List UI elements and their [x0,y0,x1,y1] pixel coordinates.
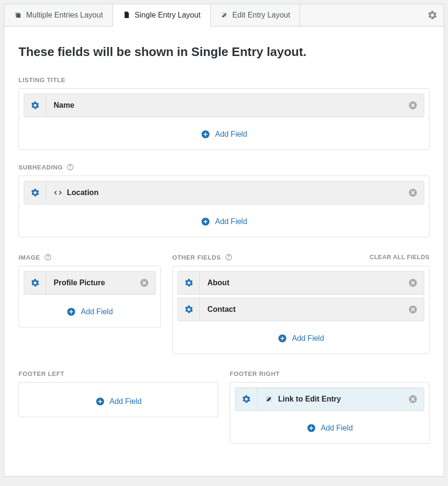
field-title: Link to Edit Entry [257,395,402,403]
layout-panel: Multiple Entries Layout Single Entry Lay… [4,4,444,477]
field-settings-button[interactable] [235,388,257,411]
tabs: Multiple Entries Layout Single Entry Lay… [4,4,444,27]
section-label-other-fields: OTHER FIELDS [172,253,233,261]
add-field-button[interactable]: Add Field [24,387,213,412]
layers-icon [14,11,22,19]
field-row[interactable]: Contact [177,298,424,321]
plus-circle-icon [201,217,210,226]
close-icon [140,278,149,288]
field-settings-button[interactable] [24,271,46,294]
field-settings-button[interactable] [178,271,200,294]
add-field-button[interactable]: Add Field [177,324,424,349]
section-label-listing-title: LISTING TITLE [19,76,65,84]
zone-footer-left[interactable]: Add Field [19,382,218,417]
field-remove-button[interactable] [402,394,424,404]
tab-single-entry[interactable]: Single Entry Layout [113,4,211,26]
field-remove-button[interactable] [402,101,424,110]
field-title: Contact [200,305,402,314]
code-icon [54,188,62,197]
view-settings-button[interactable] [421,4,444,26]
add-field-button[interactable]: Add Field [24,298,156,322]
field-remove-button[interactable] [402,305,424,314]
plus-circle-icon [95,397,105,406]
field-remove-button[interactable] [133,278,155,288]
add-field-button[interactable]: Add Field [235,414,424,439]
gear-icon [184,278,194,288]
field-settings-button[interactable] [178,298,200,321]
gear-icon [427,10,438,20]
field-row[interactable]: Name [24,93,424,117]
gear-icon [30,101,40,110]
gear-icon [30,278,40,288]
field-settings-button[interactable] [24,94,46,117]
field-settings-button[interactable] [24,181,46,204]
field-title: Profile Picture [46,279,133,287]
plus-circle-icon [307,423,316,433]
field-remove-button[interactable] [402,188,424,197]
help-icon[interactable] [44,253,52,261]
close-icon [408,394,418,404]
section-label-subheading: SUBHEADING [19,163,74,171]
gear-icon [184,305,194,314]
field-title: Location [46,188,402,197]
edit-icon [220,11,229,19]
tab-label: Edit Entry Layout [233,11,290,19]
field-row[interactable]: Location [24,181,424,205]
add-field-button[interactable]: Add Field [24,207,424,232]
plus-circle-icon [278,334,287,343]
add-field-button[interactable]: Add Field [24,120,424,145]
field-title: Name [46,101,402,110]
zone-footer-right[interactable]: Link to Edit Entry Add Field [230,382,429,444]
help-icon[interactable] [225,253,233,261]
close-icon [408,305,418,314]
field-row[interactable]: About [177,271,424,295]
zone-subheading[interactable]: Location Add Field [19,176,429,237]
zone-other-fields[interactable]: About Contact Add Field [172,266,429,354]
page-title: These fields will be shown in Single Ent… [19,45,429,59]
gear-icon [30,188,40,197]
zone-image[interactable]: Profile Picture Add Field [19,266,161,327]
tab-edit-entry[interactable]: Edit Entry Layout [211,4,300,26]
edit-icon [265,395,273,403]
tab-label: Multiple Entries Layout [26,11,103,19]
document-icon [122,11,131,19]
help-icon[interactable] [66,163,74,171]
section-label-footer-left: FOOTER LEFT [19,370,65,377]
field-row[interactable]: Link to Edit Entry [235,387,424,411]
tab-multiple-entries[interactable]: Multiple Entries Layout [4,4,113,26]
field-remove-button[interactable] [402,278,424,288]
close-icon [408,278,418,288]
plus-circle-icon [66,307,76,317]
field-title: About [200,279,402,287]
section-label-image: IMAGE [19,253,52,261]
tab-label: Single Entry Layout [135,11,201,19]
field-row[interactable]: Profile Picture [24,271,156,295]
section-label-footer-right: FOOTER RIGHT [230,370,280,377]
zone-listing-title[interactable]: Name Add Field [19,88,429,150]
gear-icon [242,394,251,404]
close-icon [408,188,418,197]
clear-all-fields-button[interactable]: CLEAR ALL FIELDS [370,254,429,261]
plus-circle-icon [201,130,210,139]
close-icon [408,101,418,110]
